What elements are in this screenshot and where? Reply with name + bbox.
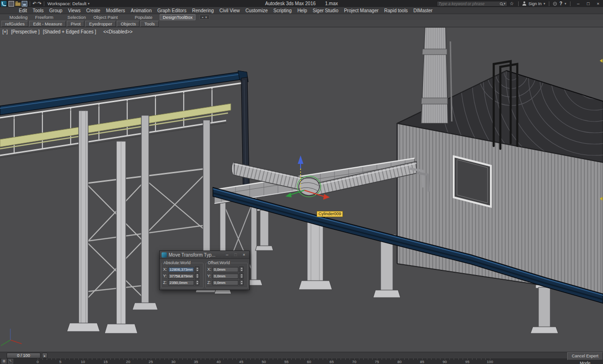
menu-item-create[interactable]: Create	[83, 8, 103, 13]
offset-y-spinner[interactable]	[239, 273, 244, 279]
dialog-minimize-button[interactable]: –	[224, 252, 230, 257]
button-eyedropper[interactable]: Eyedropper	[85, 21, 116, 27]
menu-item-group[interactable]: Group	[47, 8, 65, 13]
absolute-x-spinner[interactable]	[195, 267, 199, 272]
menu-item-rapid-tools[interactable]: Rapid tools	[382, 8, 411, 13]
ribbon-tab-bar: Modeling Freeform Selection Object Paint…	[0, 14, 603, 20]
offset-x-field[interactable]	[212, 267, 238, 272]
offset-y-field[interactable]	[212, 274, 238, 279]
menu-item-graph-editors[interactable]: Graph Editors	[155, 8, 189, 13]
favorites-star-icon[interactable]: ☆	[509, 1, 514, 7]
chevron-down-icon[interactable]: ▾	[564, 2, 566, 6]
next-frame-button[interactable]: ▸	[42, 353, 48, 358]
pencil-icon[interactable]: ✎	[8, 359, 13, 364]
button-edit-measure[interactable]: Edit - Measure	[29, 21, 66, 27]
communication-center-icon[interactable]	[553, 2, 557, 6]
menu-item-project-manager[interactable]: Project Manager	[341, 8, 381, 13]
workspace-label: Workspace: Default	[48, 1, 87, 6]
post-base	[373, 290, 400, 298]
viewport-menu-plus[interactable]: [+]	[2, 29, 8, 34]
support-post[interactable]	[260, 210, 269, 247]
tab-freeform[interactable]: Freeform	[35, 15, 54, 20]
viewport-pov-label[interactable]: [Perspective ]	[11, 29, 40, 34]
move-transform-type-in-dialog[interactable]: Move Transform Typ... – □ × Absolute:Wor…	[159, 251, 250, 290]
support-post[interactable]	[381, 237, 393, 291]
absolute-z-spinner[interactable]	[195, 280, 199, 285]
tab-modeling[interactable]: Modeling	[9, 15, 28, 20]
help-icon[interactable]: ?	[559, 1, 562, 7]
grid-icon[interactable]: ▦	[1, 359, 7, 364]
menu-item-animation[interactable]: Animation	[128, 8, 154, 13]
menu-item-tools[interactable]: Tools	[30, 8, 46, 13]
save-file-icon[interactable]	[22, 1, 27, 7]
dialog-title: Move Transform Typ...	[169, 252, 222, 258]
absolute-x-field[interactable]	[168, 267, 194, 272]
button-objects[interactable]: Objects	[117, 21, 139, 27]
ribbon-options[interactable]: • ▾	[199, 15, 210, 20]
menu-item-help[interactable]: Help	[294, 8, 310, 13]
menu-item-edit[interactable]: Edit	[16, 8, 30, 13]
menu-bar: Edit Tools Group Views Create Modifiers …	[0, 7, 603, 14]
support-post[interactable]	[307, 219, 323, 282]
separator	[570, 1, 570, 6]
button-tools[interactable]: Tools	[140, 21, 158, 27]
ribbon-minimize-caret-icon[interactable]: ▾	[205, 16, 207, 19]
3ds-max-logo-icon[interactable]	[1, 1, 7, 7]
dialog-close-button[interactable]: ×	[241, 252, 247, 257]
absolute-z-field[interactable]	[168, 280, 194, 285]
absolute-y-field[interactable]	[168, 274, 194, 279]
search-icon[interactable]	[500, 2, 503, 5]
menu-item-civil-view[interactable]: Civil View	[217, 8, 243, 13]
perspective-viewport[interactable]: [+] [Perspective ] [Shaded + Edged Faces…	[0, 27, 603, 352]
absolute-y-spinner[interactable]	[195, 273, 199, 279]
close-button[interactable]: ×	[594, 0, 602, 7]
menu-item-views[interactable]: Views	[65, 8, 83, 13]
menu-item-dimaster[interactable]: DIMaster	[411, 8, 436, 13]
timeline-tick: 70	[352, 360, 357, 364]
tower-column[interactable]	[141, 115, 149, 304]
search-input[interactable]	[439, 1, 499, 6]
viewport-shading-label[interactable]: [Shaded + Edged Faces ]	[43, 29, 96, 34]
tab-designtoolbox[interactable]: DesignToolBox	[160, 14, 195, 20]
cancel-expert-mode-button[interactable]: Cancel Expert Mode	[567, 352, 603, 360]
redo-icon[interactable]: ↷	[37, 1, 41, 7]
offset-x-spinner[interactable]	[239, 267, 244, 272]
new-scene-icon[interactable]	[8, 1, 14, 7]
undo-icon[interactable]: ↶	[32, 1, 37, 7]
dialog-title-bar[interactable]: Move Transform Typ... – □ ×	[160, 251, 249, 259]
menu-item-scripting[interactable]: Scripting	[270, 8, 294, 13]
tower-column[interactable]	[79, 111, 88, 324]
user-account-icon[interactable]	[522, 1, 527, 6]
sign-in-label[interactable]: Sign In	[529, 1, 542, 6]
help-search-box[interactable]: ▾	[437, 1, 507, 7]
menu-item-siger-studio[interactable]: Siger Studio	[310, 8, 341, 13]
tab-object-paint[interactable]: Object Paint	[93, 15, 118, 20]
viewport-edge-marker[interactable]	[600, 59, 603, 63]
chevron-down-icon[interactable]: ▾	[544, 2, 546, 6]
time-slider-handle[interactable]: 0 / 100	[7, 353, 41, 358]
workspace-selector[interactable]: Workspace: Default ▾	[46, 1, 91, 6]
chimney-stack[interactable]	[421, 27, 448, 123]
chevron-down-icon[interactable]: ▾	[504, 2, 505, 6]
time-slider-track[interactable]: 0 / 100 ▸	[0, 352, 603, 358]
minimize-button[interactable]: –	[574, 0, 582, 7]
button-pivot[interactable]: Pivot	[67, 21, 84, 27]
track-bar-ruler[interactable]: ▦ ✎ 0 5 10 15 20 25 30 35 40 45 50 55 60…	[0, 358, 603, 364]
menu-item-rendering[interactable]: Rendering	[189, 8, 217, 13]
open-file-icon[interactable]	[15, 2, 21, 6]
separator	[44, 1, 44, 6]
timeline-tick: 20	[126, 360, 130, 364]
menu-item-customize[interactable]: Customize	[243, 8, 270, 13]
file-name: 1.max	[325, 1, 338, 6]
support-post[interactable]	[538, 287, 550, 328]
offset-z-field[interactable]	[212, 280, 238, 285]
viewport-edge-marker[interactable]	[600, 197, 603, 201]
offset-z-spinner[interactable]	[239, 280, 244, 285]
menu-item-modifiers[interactable]: Modifiers	[103, 8, 128, 13]
post-base	[255, 246, 273, 251]
viewport-3d-scene[interactable]	[0, 27, 603, 352]
tab-populate[interactable]: Populate	[135, 15, 153, 20]
maximize-button[interactable]: □	[584, 0, 592, 7]
tab-selection[interactable]: Selection	[67, 15, 86, 20]
button-refguides[interactable]: refGuides	[1, 21, 28, 27]
